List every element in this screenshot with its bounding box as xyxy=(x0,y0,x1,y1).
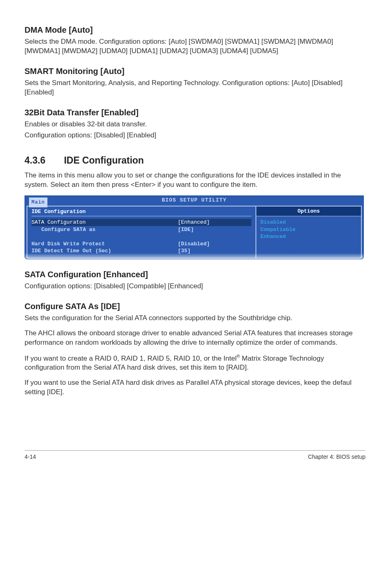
bios-setting-key: Configure SATA as xyxy=(31,226,178,233)
smart-heading: SMART Monitoring [Auto] xyxy=(25,66,365,77)
smart-body: Sets the Smart Monitoring, Analysis, and… xyxy=(25,79,365,97)
section-number: 4.3.6 xyxy=(25,154,61,167)
bios-setting-value: [IDE] xyxy=(178,226,251,233)
bit32-heading: 32Bit Data Transfer [Enabled] xyxy=(25,107,365,118)
bios-screenshot: Main BIOS SETUP UTILITY IDE Configuratio… xyxy=(25,195,364,259)
conf-sata-p4: If you want to use the Serial ATA hard d… xyxy=(25,378,365,397)
bios-setting-key: IDE Detect Time Out (Sec) xyxy=(31,247,178,255)
conf-sata-p3a: If you want to create a RAID 0, RAID 1, … xyxy=(25,354,237,362)
sata-conf-heading: SATA Configuration [Enhanced] xyxy=(25,269,365,280)
page-footer: 4-14 Chapter 4: BIOS setup xyxy=(25,450,365,461)
reg-mark: ® xyxy=(237,354,240,359)
bios-setting-key: Hard Disk Write Protect xyxy=(31,240,178,248)
bios-setting-row xyxy=(31,233,251,240)
page-number: 4-14 xyxy=(25,453,36,461)
dma-mode-heading: DMA Mode [Auto] xyxy=(25,25,365,36)
conf-sata-p3: If you want to create a RAID 0, RAID 1, … xyxy=(25,353,365,373)
bios-options-header: Options xyxy=(256,206,361,217)
section-title: IDE Configuration xyxy=(64,155,143,166)
bios-left-header: IDE Configuration xyxy=(31,208,251,217)
bit32-body2: Configuration options: [Disabled] [Enabl… xyxy=(25,131,365,140)
bios-setting-value xyxy=(178,233,251,240)
bios-setting-row: Hard Disk Write Protect[Disabled] xyxy=(31,240,251,248)
bios-setting-value: [35] xyxy=(178,247,251,255)
conf-sata-p2: The AHCI allows the onboard storage driv… xyxy=(25,329,365,348)
bios-setting-key xyxy=(31,233,178,240)
bios-topbar: Main BIOS SETUP UTILITY xyxy=(25,196,363,205)
bios-title: BIOS SETUP UTILITY xyxy=(162,197,226,203)
dma-mode-body: Selects the DMA mode. Configuration opti… xyxy=(25,37,365,56)
bios-tab-main: Main xyxy=(29,197,47,207)
conf-sata-heading: Configure SATA As [IDE] xyxy=(25,301,365,312)
chapter-label: Chapter 4: BIOS setup xyxy=(308,453,365,461)
bios-setting-row: SATA Configuraton[Enhanced] xyxy=(31,219,251,226)
bit32-body1: Enables or disables 32-bit data transfer… xyxy=(25,120,365,129)
conf-sata-p1: Sets the configuration for the Serial AT… xyxy=(25,314,365,323)
bios-option-item: Enhanced xyxy=(260,233,357,240)
bios-right-panel: Options DisabledCompatiableEnhanced xyxy=(256,206,362,259)
bios-setting-key: SATA Configuraton xyxy=(31,219,178,226)
sata-conf-body: Configuration options: [Disabled] [Compa… xyxy=(25,282,365,291)
bios-setting-row: Configure SATA as[IDE] xyxy=(31,226,251,233)
bios-option-item: Disabled xyxy=(260,219,357,226)
bios-setting-value: [Enhanced] xyxy=(178,219,251,226)
bios-setting-value: [Disabled] xyxy=(178,240,251,248)
bios-left-panel: IDE Configuration SATA Configuraton[Enha… xyxy=(27,206,256,259)
bios-setting-row: IDE Detect Time Out (Sec)[35] xyxy=(31,247,251,255)
section-heading: 4.3.6 IDE Configuration xyxy=(25,154,365,167)
section-intro: The items in this menu allow you to set … xyxy=(25,171,365,190)
bios-option-item: Compatiable xyxy=(260,226,357,233)
